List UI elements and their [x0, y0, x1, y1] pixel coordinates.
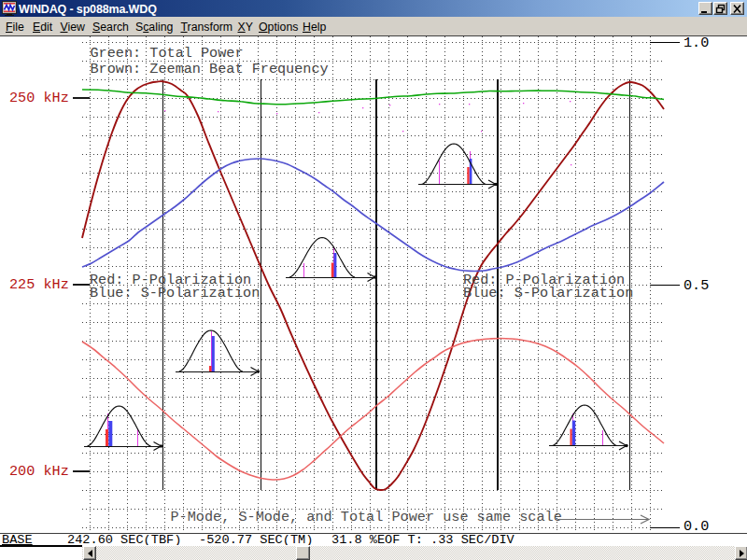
svg-text:1.0: 1.0	[684, 35, 709, 51]
svg-text:Blue: S-Polarization: Blue: S-Polarization	[463, 285, 633, 301]
svg-text:0.0: 0.0	[684, 518, 709, 535]
svg-text:P-Mode, S-Mode, and Total Powe: P-Mode, S-Mode, and Total Power use same…	[171, 509, 562, 525]
svg-text:Brown: Zeeman Beat Frequency: Brown: Zeeman Beat Frequency	[91, 61, 329, 77]
svg-text:0.5: 0.5	[684, 277, 709, 294]
svg-text:250 kHz: 250 kHz	[9, 90, 69, 106]
svg-text:200 kHz: 200 kHz	[9, 463, 69, 480]
svg-text:Green: Total Power: Green: Total Power	[91, 45, 244, 62]
svg-text:Blue: S-Polarization: Blue: S-Polarization	[90, 285, 260, 301]
svg-text:225 kHz: 225 kHz	[9, 276, 69, 293]
